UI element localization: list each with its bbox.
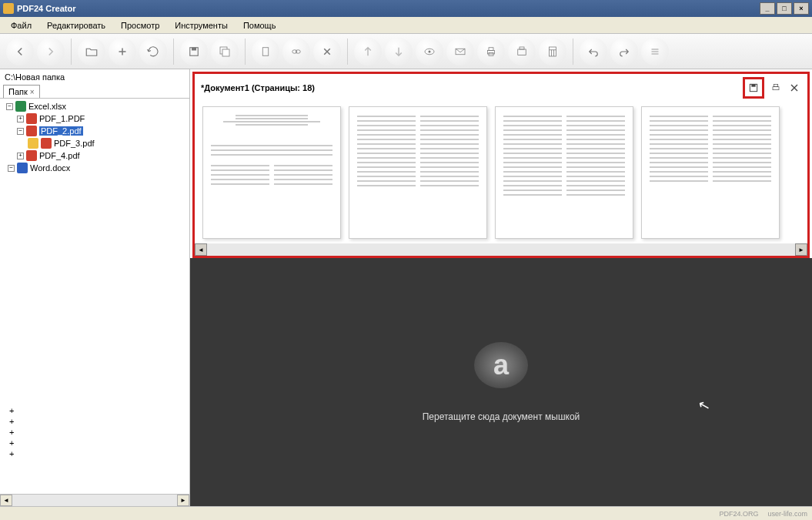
scroll-track[interactable] [12,495,177,506]
refresh-button[interactable] [139,38,167,65]
close-button[interactable]: × [794,2,809,15]
titlebar: PDF24 Creator _ □ × [0,0,812,17]
window-controls: _ □ × [760,2,809,15]
expand-icon[interactable]: − [6,103,13,110]
scroll-left-icon[interactable]: ◄ [195,243,207,256]
expand-icon[interactable]: + [9,449,14,458]
sidebar-hscrollbar[interactable]: ◄ ► [0,494,189,506]
svg-rect-15 [550,47,556,56]
print-button[interactable] [477,38,505,65]
thumbnail-hscrollbar[interactable]: ◄ ► [195,243,807,256]
tree-item[interactable]: − PDF_2.pdf [5,125,189,137]
drop-logo-icon: a [474,342,528,388]
window-title: PDF24 Creator [17,4,760,13]
expand-icon[interactable]: − [8,165,15,172]
save-all-button[interactable] [211,38,239,65]
menubar: Файл Редактировать Просмотр Инструменты … [0,17,812,34]
menu-edit[interactable]: Редактировать [39,19,113,32]
expand-icon[interactable]: + [9,417,14,426]
link-button[interactable] [282,38,310,65]
new-page-button[interactable] [252,38,279,65]
sidebar: С:\Новая папка Папк × − Excel.xlsx + PDF… [0,69,190,506]
svg-rect-23 [751,84,755,86]
expand-icon[interactable]: + [17,153,24,159]
watermark: PDF24.ORG [719,510,758,518]
word-file-icon [17,163,28,173]
forward-button[interactable] [37,38,65,65]
svg-rect-1 [192,47,196,50]
excel-file-icon [15,101,26,112]
sidebar-tab[interactable]: Папк × [3,85,40,98]
down-button[interactable] [385,38,413,65]
svg-rect-3 [222,49,229,56]
tree-item[interactable]: PDF_3.pdf [5,137,189,149]
tree-extra-nodes: + + + + + [5,405,189,459]
expand-icon[interactable]: + [9,428,14,437]
expand-icon[interactable]: + [9,438,14,448]
menu-view[interactable]: Просмотр [113,19,167,32]
main-area: *Документ1 (Страницы: 18) [190,69,812,506]
svg-rect-24 [773,87,779,90]
scroll-right-icon[interactable]: ► [177,495,189,506]
pdf-file-icon [26,126,37,136]
open-button[interactable] [78,38,105,65]
document-close-button[interactable] [787,81,801,95]
svg-rect-13 [518,49,526,55]
scroll-track[interactable] [207,243,795,256]
expand-icon[interactable]: + [17,116,24,122]
file-tree: − Excel.xlsx + PDF_1.PDF − PDF_2.pdf PDF… [0,99,189,494]
menu-file[interactable]: Файл [3,19,39,32]
redo-button[interactable] [610,38,638,65]
footer: PDF24.ORG user-life.com [0,506,812,520]
favorite-icon [28,138,38,149]
page-thumbnail[interactable] [202,106,341,239]
delete-button[interactable] [313,38,341,65]
document-print-button[interactable] [769,81,783,95]
page-thumbnail[interactable] [349,106,487,239]
list-button[interactable] [641,38,669,65]
undo-button[interactable] [580,38,607,65]
add-button[interactable] [109,38,136,65]
file-label: PDF_4.pdf [39,151,80,160]
save-button[interactable] [180,38,208,65]
pdf-file-icon [41,138,52,149]
fax-button[interactable] [508,38,536,65]
tree-item[interactable]: + PDF_4.pdf [5,149,189,162]
page-thumbnail[interactable] [641,106,780,239]
svg-rect-11 [489,47,493,50]
file-label: PDF_1.PDF [39,114,85,123]
minimize-button[interactable]: _ [760,2,775,15]
tab-close-icon[interactable]: × [30,88,35,96]
maximize-button[interactable]: □ [777,2,792,15]
expand-icon[interactable]: + [9,406,14,415]
expand-icon[interactable]: − [17,128,24,135]
tree-item[interactable]: − Word.docx [5,162,189,174]
email-button[interactable] [446,38,474,65]
toolbar [0,34,812,69]
scroll-left-icon[interactable]: ◄ [0,495,12,506]
tree-item[interactable]: + PDF_1.PDF [5,112,189,125]
scroll-right-icon[interactable]: ► [795,243,807,256]
document-header: *Документ1 (Страницы: 18) [195,74,807,102]
svg-rect-14 [520,47,524,49]
drop-zone[interactable]: a ↖ Перетащите сюда документ мышкой [190,258,812,506]
svg-rect-4 [262,47,269,55]
svg-point-6 [296,49,300,53]
page-thumbnail[interactable] [495,106,633,239]
document-title: *Документ1 (Страницы: 18) [201,83,743,92]
cursor-icon: ↖ [696,395,711,414]
back-button[interactable] [6,38,34,65]
up-button[interactable] [354,38,382,65]
tree-item[interactable]: − Excel.xlsx [5,100,189,112]
pdf-file-icon [26,113,37,124]
calculator-button[interactable] [539,38,566,65]
current-path-label: С:\Новая папка [0,69,189,85]
watermark: user-life.com [767,510,807,518]
document-panel: *Документ1 (Страницы: 18) [192,72,810,258]
menu-help[interactable]: Помощь [236,19,284,32]
svg-rect-25 [774,84,777,86]
app-icon [3,3,14,14]
preview-button[interactable] [416,38,443,65]
menu-tools[interactable]: Инструменты [167,19,236,32]
document-save-button[interactable] [743,77,764,99]
